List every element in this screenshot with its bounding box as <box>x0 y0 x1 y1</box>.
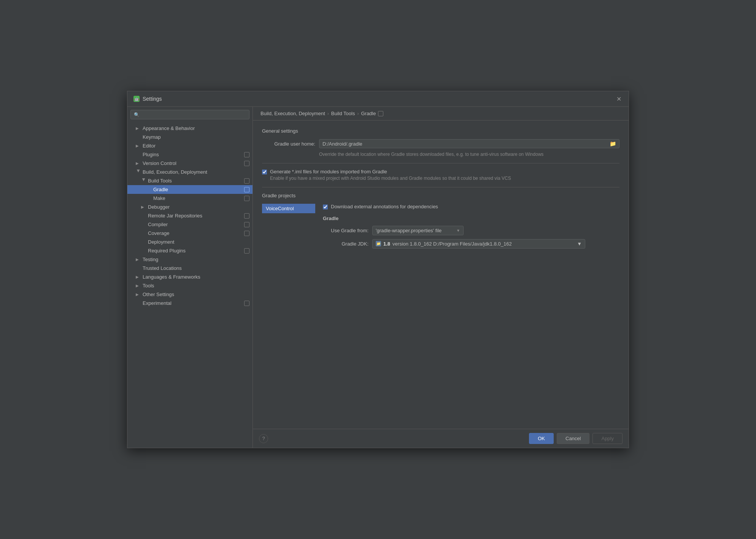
sidebar-item-version-control[interactable]: ▶ Version Control <box>127 159 253 168</box>
sidebar-item-gradle[interactable]: Gradle <box>127 185 253 194</box>
sidebar-item-label: Build Tools <box>148 178 243 184</box>
general-settings-title: General settings <box>262 128 619 134</box>
help-button[interactable]: ? <box>259 434 268 443</box>
gradle-user-home-hint: Override the default location where Grad… <box>319 151 619 158</box>
arrow-icon: ▶ <box>136 257 141 262</box>
sidebar-item-label: Other Settings <box>143 292 249 297</box>
breadcrumb-sep1: › <box>327 111 329 116</box>
sidebar: 🔍 ▶ Appearance & Behavior Keymap ▶ Edito <box>127 107 253 448</box>
sidebar-item-label: Required Plugins <box>148 248 243 254</box>
download-annotations-checkbox[interactable] <box>323 205 328 209</box>
projects-section: VoiceControl Download external annotatio… <box>262 204 619 252</box>
use-gradle-from-select[interactable]: 'gradle-wrapper.properties' file ▼ <box>372 226 464 235</box>
gradle-user-home-row: Gradle user home: 📁 <box>262 139 619 148</box>
gradle-jdk-version: 1.8 <box>383 241 390 247</box>
arrow-icon: ▶ <box>136 292 141 296</box>
gradle-user-home-label: Gradle user home: <box>262 141 315 147</box>
sidebar-item-languages[interactable]: ▶ Languages & Frameworks <box>127 273 253 281</box>
sidebar-item-make[interactable]: Make <box>127 194 253 203</box>
sidebar-item-coverage[interactable]: Coverage <box>127 229 253 238</box>
arrow-icon: ▶ <box>136 144 141 148</box>
search-input[interactable] <box>142 112 246 117</box>
generate-iml-text: Generate *.iml files for modules importe… <box>270 169 511 182</box>
gradle-jdk-row: Gradle JDK: 📁 1.8 version 1.8.0_162 D:/P… <box>323 239 619 249</box>
generate-iml-label: Generate *.iml files for modules importe… <box>270 169 511 174</box>
settings-icon <box>244 152 249 157</box>
sidebar-item-appearance[interactable]: ▶ Appearance & Behavior <box>127 124 253 133</box>
sidebar-item-label: Build, Execution, Deployment <box>143 169 249 175</box>
sidebar-item-debugger[interactable]: ▶ Debugger <box>127 203 253 211</box>
use-gradle-from-value: 'gradle-wrapper.properties' file <box>376 228 442 233</box>
sidebar-item-label: Trusted Locations <box>143 265 249 271</box>
gradle-subsection-title: Gradle <box>323 216 619 221</box>
sidebar-item-label: Experimental <box>143 300 243 306</box>
breadcrumb: Build, Execution, Deployment › Build Too… <box>253 107 629 120</box>
search-box[interactable]: 🔍 <box>130 110 249 119</box>
sidebar-item-label: Remote Jar Repositories <box>148 213 243 219</box>
sidebar-item-label: Languages & Frameworks <box>143 274 249 280</box>
sidebar-item-experimental[interactable]: Experimental <box>127 299 253 308</box>
download-annotations-row: Download external annotations for depend… <box>323 204 619 209</box>
title-bar-left: 🤖 Settings <box>133 96 162 102</box>
sidebar-item-label: Deployment <box>148 239 249 245</box>
sidebar-item-remote-jar[interactable]: Remote Jar Repositories <box>127 211 253 220</box>
breadcrumb-gradle: Gradle <box>361 111 376 116</box>
sidebar-item-label: Version Control <box>143 160 243 166</box>
sidebar-item-plugins[interactable]: Plugins <box>127 150 253 159</box>
sidebar-item-label: Appearance & Behavior <box>143 125 249 131</box>
sidebar-item-tools[interactable]: ▶ Tools <box>127 281 253 290</box>
sidebar-item-label: Coverage <box>148 230 243 236</box>
ok-button[interactable]: OK <box>529 433 554 444</box>
download-annotations-label: Download external annotations for depend… <box>331 204 438 209</box>
generate-iml-checkbox[interactable] <box>262 170 267 174</box>
use-gradle-from-label: Use Gradle from: <box>323 228 368 233</box>
title-bar: 🤖 Settings ✕ <box>127 91 629 107</box>
folder-icon[interactable]: 📁 <box>610 141 616 147</box>
settings-dialog: 🤖 Settings ✕ 🔍 ▶ Appearance & Behavior K <box>127 91 629 448</box>
sidebar-item-required-plugins[interactable]: Required Plugins <box>127 246 253 255</box>
nav-tree: ▶ Appearance & Behavior Keymap ▶ Editor … <box>127 122 253 448</box>
close-button[interactable]: ✕ <box>615 95 623 103</box>
sidebar-item-label: Gradle <box>153 187 243 192</box>
settings-icon <box>244 301 249 306</box>
sidebar-item-build-tools[interactable]: ▶ Build Tools <box>127 176 253 185</box>
sidebar-item-label: Plugins <box>143 152 243 157</box>
cancel-button[interactable]: Cancel <box>557 433 589 444</box>
apply-button[interactable]: Apply <box>592 433 623 444</box>
gradle-user-home-input-wrap[interactable]: 📁 <box>319 139 619 148</box>
breadcrumb-build: Build, Execution, Deployment <box>260 111 325 116</box>
footer: ? OK Cancel Apply <box>253 429 629 448</box>
sidebar-item-trusted-locations[interactable]: Trusted Locations <box>127 264 253 273</box>
chevron-down-icon: ▼ <box>456 228 460 233</box>
arrow-icon: ▶ <box>136 161 141 165</box>
sidebar-item-deployment[interactable]: Deployment <box>127 238 253 246</box>
sidebar-item-compiler[interactable]: Compiler <box>127 220 253 229</box>
generate-iml-row: Generate *.iml files for modules importe… <box>262 169 619 182</box>
arrow-icon: ▶ <box>142 178 146 184</box>
chevron-down-icon: ▼ <box>577 241 582 247</box>
sidebar-item-build-execution[interactable]: ▶ Build, Execution, Deployment <box>127 168 253 176</box>
arrow-icon: ▶ <box>136 275 141 279</box>
settings-icon <box>244 187 249 192</box>
settings-icon <box>244 231 249 236</box>
dialog-body: 🔍 ▶ Appearance & Behavior Keymap ▶ Edito <box>127 107 629 448</box>
gradle-jdk-full-path: version 1.8.0_162 D:/Program Files/Java/… <box>392 241 512 247</box>
sidebar-item-testing[interactable]: ▶ Testing <box>127 255 253 264</box>
gradle-jdk-select[interactable]: 📁 1.8 version 1.8.0_162 D:/Program Files… <box>372 239 585 249</box>
arrow-icon: ▶ <box>141 205 146 209</box>
projects-settings: Download external annotations for depend… <box>323 204 619 252</box>
main-content: Build, Execution, Deployment › Build Too… <box>253 107 629 448</box>
project-item-voicecontrol[interactable]: VoiceControl <box>262 204 315 213</box>
content-inner: General settings Gradle user home: 📁 Ove… <box>253 120 629 429</box>
use-gradle-from-row: Use Gradle from: 'gradle-wrapper.propert… <box>323 226 619 235</box>
sidebar-item-label: Debugger <box>148 204 249 210</box>
sidebar-item-editor[interactable]: ▶ Editor <box>127 141 253 150</box>
sidebar-item-keymap[interactable]: Keymap <box>127 133 253 141</box>
sidebar-item-label: Tools <box>143 283 249 289</box>
settings-icon <box>244 222 249 227</box>
settings-icon <box>244 161 249 166</box>
sidebar-item-other-settings[interactable]: ▶ Other Settings <box>127 290 253 299</box>
generate-iml-sublabel: Enable if you have a mixed project with … <box>270 175 511 182</box>
gradle-user-home-input[interactable] <box>322 141 607 147</box>
search-icon: 🔍 <box>134 112 140 117</box>
